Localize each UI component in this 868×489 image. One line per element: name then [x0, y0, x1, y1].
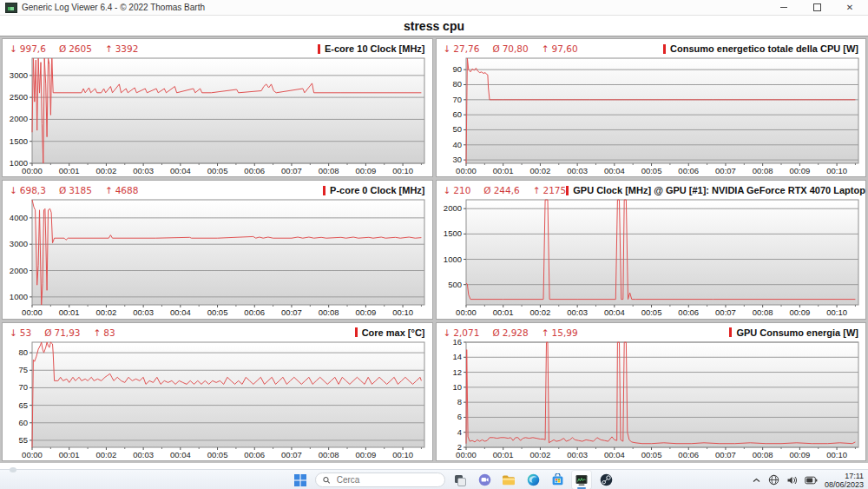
- svg-text:00:03: 00:03: [567, 450, 588, 459]
- stat-avg: Ø71,93: [44, 327, 80, 338]
- svg-text:00:08: 00:08: [752, 307, 773, 317]
- svg-text:00:04: 00:04: [603, 450, 624, 459]
- svg-text:2000: 2000: [10, 114, 28, 123]
- app-logo-icon: [5, 3, 17, 13]
- maximize-button[interactable]: [812, 3, 821, 12]
- series-color-marker-icon: [323, 186, 326, 195]
- svg-text:1500: 1500: [443, 229, 461, 239]
- chart-stats: ↓698,3 Ø3185 ↑4688: [10, 185, 138, 195]
- hidden-icons-chevron-icon[interactable]: [752, 477, 761, 484]
- svg-text:50: 50: [452, 124, 462, 134]
- generic-log-viewer-taskbar-button[interactable]: [572, 471, 591, 489]
- grid-spacer: [0, 463, 868, 468]
- svg-text:4000: 4000: [10, 213, 28, 222]
- close-button[interactable]: ✕: [845, 3, 854, 12]
- chart-panel: ↓27,76 Ø70,80 ↑97,60 Consumo energetico …: [436, 38, 867, 177]
- svg-text:55: 55: [18, 435, 28, 445]
- generic-log-viewer-icon: [575, 474, 589, 486]
- chart-panel: ↓2,071 Ø2,928 ↑15,99 GPU Consumo energia…: [436, 322, 867, 461]
- steam-button[interactable]: [596, 471, 615, 489]
- tray-time: 17:11: [825, 472, 864, 480]
- volume-icon[interactable]: [786, 475, 798, 486]
- svg-text:3000: 3000: [10, 240, 28, 249]
- svg-text:60: 60: [452, 109, 462, 119]
- chart-panel: ↓53 Ø71,93 ↑83 Core max [°C] 55606570758…: [2, 322, 433, 461]
- svg-text:8: 8: [457, 397, 461, 406]
- svg-text:00:09: 00:09: [355, 307, 376, 317]
- chart-stats: ↓27,76 Ø70,80 ↑97,60: [444, 43, 578, 54]
- svg-text:1500: 1500: [10, 136, 28, 146]
- microsoft-store-button[interactable]: [548, 471, 567, 489]
- stat-min: ↓2,071: [444, 327, 480, 338]
- file-explorer-button[interactable]: [499, 471, 518, 489]
- search-icon: [323, 476, 331, 485]
- search-input[interactable]: [335, 474, 437, 486]
- stat-max: ↑2175: [533, 185, 567, 195]
- stat-avg: Ø244,6: [483, 185, 519, 195]
- chart-stats: ↓210 Ø244,6 ↑2175: [444, 185, 567, 195]
- chart-header: ↓997,6 Ø2605 ↑3392 E-core 10 Clock [MHz]: [3, 39, 432, 56]
- stat-avg: Ø3185: [59, 185, 92, 195]
- start-button[interactable]: [291, 471, 310, 489]
- stat-min: ↓997,6: [10, 43, 46, 54]
- svg-text:00:10: 00:10: [392, 450, 413, 459]
- svg-text:00:07: 00:07: [281, 450, 302, 459]
- stat-max: ↑97,60: [542, 43, 578, 54]
- svg-text:00:03: 00:03: [133, 166, 154, 175]
- microsoft-store-icon: [551, 473, 564, 486]
- svg-text:00:02: 00:02: [529, 166, 550, 175]
- chart-body: 100020003000400000:0000:0100:0200:0300:0…: [3, 197, 432, 318]
- min-arrow-icon: ↓: [10, 43, 17, 54]
- chart-canvas: 1000150020002500300000:0000:0100:0200:03…: [3, 56, 432, 176]
- stat-min: ↓698,3: [10, 185, 46, 195]
- svg-text:6: 6: [457, 412, 461, 421]
- window-title: Generic Log Viewer 6.4 - © 2022 Thomas B…: [22, 3, 205, 12]
- svg-text:00:03: 00:03: [133, 307, 154, 317]
- stat-max: ↑83: [94, 327, 115, 338]
- svg-text:00:06: 00:06: [678, 166, 699, 175]
- chart-stats: ↓2,071 Ø2,928 ↑15,99: [444, 327, 578, 338]
- svg-text:65: 65: [18, 400, 28, 409]
- svg-text:60: 60: [18, 417, 28, 426]
- svg-text:1000: 1000: [10, 292, 28, 301]
- svg-text:00:02: 00:02: [96, 166, 117, 175]
- svg-text:00:07: 00:07: [715, 307, 736, 317]
- battery-icon[interactable]: [805, 476, 818, 485]
- svg-text:00:08: 00:08: [319, 450, 339, 459]
- chart-title: GPU Clock [MHz] @ GPU [#1]: NVIDIA GeFor…: [566, 185, 866, 195]
- series-color-marker-icon: [566, 186, 569, 195]
- chart-canvas: 24681012141600:0000:0100:0200:0300:0400:…: [437, 340, 866, 460]
- svg-text:10: 10: [452, 382, 462, 392]
- task-view-button[interactable]: [450, 471, 470, 489]
- svg-text:00:03: 00:03: [567, 307, 588, 317]
- stat-min: ↓27,76: [444, 43, 480, 54]
- edge-button[interactable]: [523, 471, 542, 489]
- stat-avg: Ø2,928: [492, 327, 528, 338]
- chart-header: ↓210 Ø244,6 ↑2175 GPU Clock [MHz] @ GPU …: [437, 181, 866, 197]
- svg-text:3000: 3000: [10, 70, 28, 80]
- min-arrow-icon: ↓: [10, 327, 17, 338]
- svg-text:00:02: 00:02: [96, 307, 117, 317]
- network-globe-icon[interactable]: [768, 474, 779, 486]
- svg-text:00:08: 00:08: [752, 450, 773, 459]
- svg-text:00:01: 00:01: [492, 166, 513, 175]
- stat-min: ↓210: [444, 185, 471, 195]
- svg-text:00:00: 00:00: [456, 307, 477, 317]
- svg-text:40: 40: [452, 140, 462, 149]
- taskbar-search[interactable]: [315, 472, 445, 487]
- average-icon: Ø: [59, 43, 66, 54]
- chart-stats: ↓997,6 Ø2605 ↑3392: [10, 43, 138, 54]
- svg-text:2500: 2500: [10, 92, 28, 102]
- chart-panel: ↓698,3 Ø3185 ↑4688 P-core 0 Clock [MHz] …: [2, 180, 433, 319]
- svg-text:12: 12: [452, 367, 462, 376]
- minimize-button[interactable]: [779, 3, 788, 12]
- page-title: stress cpu: [0, 16, 868, 36]
- svg-text:00:02: 00:02: [529, 450, 550, 459]
- svg-text:00:00: 00:00: [22, 166, 43, 175]
- svg-text:00:00: 00:00: [22, 307, 43, 317]
- taskbar: 17:11 08/06/2023: [0, 469, 868, 489]
- stat-max: ↑3392: [105, 43, 139, 54]
- chat-button[interactable]: [475, 471, 494, 489]
- tray-clock[interactable]: 17:11 08/06/2023: [825, 472, 864, 489]
- svg-text:00:08: 00:08: [319, 307, 339, 317]
